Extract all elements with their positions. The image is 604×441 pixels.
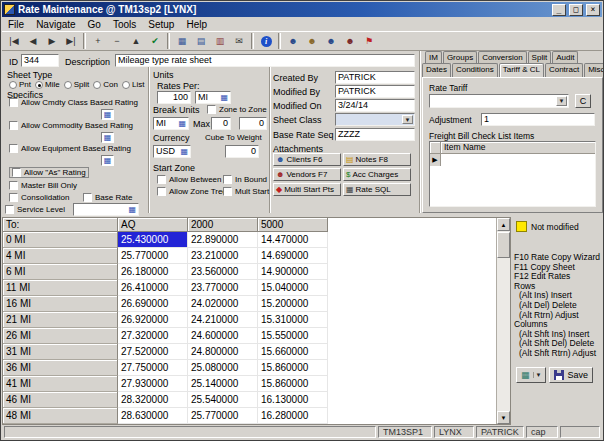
contact-button-4[interactable]: ☻: [341, 33, 359, 49]
grid-cell[interactable]: 25.770000: [118, 248, 188, 264]
rate-sql-button[interactable]: ▦Rate SQL: [343, 183, 411, 196]
item-name-column-header[interactable]: Item Name: [441, 142, 595, 154]
scroll-down-icon[interactable]: ▼: [497, 411, 510, 424]
acc-charges-button[interactable]: $Acc Charges: [343, 168, 411, 181]
dropdown-arrow-icon[interactable]: ▼: [402, 115, 413, 124]
description-field[interactable]: Mileage type rate sheet: [115, 54, 415, 67]
grid-row-header[interactable]: 46 MI: [3, 392, 118, 408]
grid-cell[interactable]: 27.520000: [118, 344, 188, 360]
modified-on-field[interactable]: 3/24/14: [335, 99, 415, 112]
grid-column-header[interactable]: 5000: [258, 218, 328, 232]
break-unit-field[interactable]: ▦MI: [153, 117, 189, 130]
edit-record-button[interactable]: ▲: [127, 33, 145, 49]
service-level-checkbox[interactable]: Service Level: [5, 205, 65, 214]
mail-button[interactable]: ✉: [230, 33, 248, 49]
grid-cell[interactable]: 25.540000: [188, 392, 258, 408]
menu-item[interactable]: File: [2, 18, 30, 31]
toolbar-separator[interactable]: [278, 33, 281, 49]
grid-row-header[interactable]: 0 MI: [3, 232, 118, 248]
scroll-up-icon[interactable]: ▲: [497, 218, 510, 231]
cube-to-weight-field[interactable]: 0: [225, 145, 259, 158]
grid-cell[interactable]: 24.600000: [188, 328, 258, 344]
allow-equipment-checkbox[interactable]: Allow Equipment Based Rating: [9, 144, 131, 153]
tab-groups[interactable]: Groups: [443, 51, 477, 63]
menu-item[interactable]: Go: [82, 18, 107, 31]
dropdown-arrow-icon[interactable]: ▼: [556, 96, 567, 106]
grid-column-header[interactable]: 2000: [188, 218, 258, 232]
checklist-row[interactable]: ▶: [430, 154, 595, 166]
delete-record-button[interactable]: −: [108, 33, 126, 49]
nav-next-button[interactable]: ▶: [43, 33, 61, 49]
grid-cell[interactable]: 15.200000: [258, 296, 328, 312]
menu-item[interactable]: Help: [180, 18, 213, 31]
checklist-cell[interactable]: [441, 154, 595, 166]
tab-conditions[interactable]: Conditions: [452, 63, 498, 77]
grid-cell[interactable]: 25.140000: [188, 376, 258, 392]
commodity-lookup-button[interactable]: ▦: [101, 132, 114, 143]
checklist-listbox[interactable]: Item Name ▶: [429, 141, 596, 207]
maximize-button[interactable]: □: [569, 4, 583, 16]
notes-f8-button[interactable]: ▤Notes F8: [343, 153, 411, 166]
equipment-lookup-button[interactable]: ▦: [101, 155, 114, 166]
mult-start-checkbox[interactable]: Mult Start: [223, 187, 269, 196]
info-button[interactable]: i: [257, 33, 275, 49]
id-field[interactable]: 344: [21, 54, 59, 67]
post-edit-button[interactable]: ✔: [146, 33, 164, 49]
zone-to-zone-checkbox[interactable]: Zone to Zone: [207, 105, 267, 114]
grid-cell[interactable]: 15.550000: [258, 328, 328, 344]
rates-per-unit-field[interactable]: ▦MI: [195, 91, 231, 104]
grid-cell[interactable]: 26.180000: [118, 264, 188, 280]
c-button[interactable]: C: [575, 94, 591, 108]
grid-cell[interactable]: 27.750000: [118, 360, 188, 376]
grid-cell[interactable]: 25.080000: [188, 360, 258, 376]
menu-item[interactable]: Tools: [107, 18, 142, 31]
grid-cell[interactable]: 24.210000: [188, 312, 258, 328]
grid-cell[interactable]: 16.280000: [258, 408, 328, 424]
currency-field[interactable]: ▦USD: [153, 145, 191, 158]
grid-cell[interactable]: 28.630000: [118, 408, 188, 424]
tab-audit[interactable]: Audit: [552, 51, 578, 63]
grid-cell[interactable]: 27.930000: [118, 376, 188, 392]
menu-item[interactable]: Navigate: [30, 18, 81, 31]
contact-button-2[interactable]: ☻: [303, 33, 321, 49]
toolbar-separator[interactable]: [251, 33, 254, 49]
grid-row-header[interactable]: 26 MI: [3, 328, 118, 344]
allow-zone-tree-checkbox[interactable]: Allow Zone Tree: [157, 187, 227, 196]
grid-row-header[interactable]: 16 MI: [3, 296, 118, 312]
cmdty-class-lookup-button[interactable]: ▦: [101, 109, 114, 120]
allow-commodity-checkbox[interactable]: Allow Commodity Based Rating: [9, 121, 133, 130]
flag-button[interactable]: ⚑: [360, 33, 378, 49]
service-level-field[interactable]: ▦: [73, 203, 139, 216]
nav-prior-button[interactable]: ◀: [24, 33, 42, 49]
grid-cell[interactable]: 15.040000: [258, 280, 328, 296]
base-rate-checkbox[interactable]: Base Rate: [83, 193, 132, 202]
tab-conversion[interactable]: Conversion: [478, 51, 526, 63]
service-level-lookup-button[interactable]: ▦: [128, 204, 136, 215]
grid-row-header[interactable]: 41 MI: [3, 376, 118, 392]
tab-im[interactable]: IM: [425, 51, 442, 63]
sheet-type-radio[interactable]: Con: [93, 80, 118, 89]
contact-button-1[interactable]: ☻: [284, 33, 302, 49]
sheet-class-dropdown[interactable]: ▼: [335, 113, 415, 126]
grid-cell[interactable]: 26.920000: [118, 312, 188, 328]
grid-cell[interactable]: 27.320000: [118, 328, 188, 344]
grid-vertical-scrollbar[interactable]: ▲ ▼: [496, 218, 510, 424]
tab-contract[interactable]: Contract: [545, 63, 583, 77]
insert-record-button[interactable]: +: [89, 33, 107, 49]
grid-cell[interactable]: 16.130000: [258, 392, 328, 408]
grid-cell[interactable]: 23.210000: [188, 248, 258, 264]
grid-row-header[interactable]: 36 MI: [3, 360, 118, 376]
rates-unit-lookup-button[interactable]: ▦: [220, 92, 228, 103]
base-rate-seq-field[interactable]: ZZZZ: [335, 128, 415, 141]
grid-row-header[interactable]: 11 MI: [3, 280, 118, 296]
nav-first-button[interactable]: |◀: [5, 33, 23, 49]
grid-row-header[interactable]: 21 MI: [3, 312, 118, 328]
grid-cell[interactable]: 14.690000: [258, 248, 328, 264]
grid-cell[interactable]: 14.470000: [258, 232, 328, 248]
grid-column-header[interactable]: AQ: [118, 218, 188, 232]
break-unit-lookup-button[interactable]: ▦: [178, 118, 186, 129]
grid-cell[interactable]: 14.900000: [258, 264, 328, 280]
grid-column-header[interactable]: To:: [3, 218, 118, 232]
grid-cell[interactable]: 15.310000: [258, 312, 328, 328]
sheet-type-radio[interactable]: Mile: [35, 80, 60, 89]
